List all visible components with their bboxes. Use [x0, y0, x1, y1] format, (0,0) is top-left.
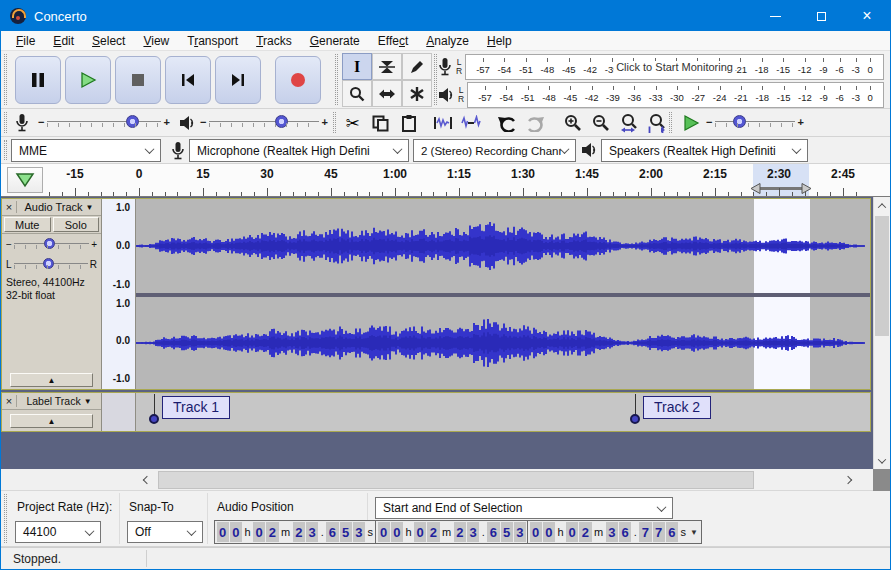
label-text[interactable]: Track 2: [643, 396, 711, 419]
time-digit[interactable]: 3: [353, 522, 365, 542]
trim-audio-button[interactable]: [429, 112, 456, 134]
time-digit[interactable]: 5: [501, 522, 513, 542]
scroll-down-button[interactable]: [874, 452, 890, 469]
vertical-scrollbar[interactable]: [873, 197, 890, 469]
recording-channels-select[interactable]: 2 (Stereo) Recording Channels: [413, 139, 576, 162]
project-rate-select[interactable]: 44100: [15, 521, 101, 543]
solo-button[interactable]: Solo: [53, 217, 100, 232]
menu-select[interactable]: Select: [83, 32, 134, 50]
playback-volume-thumb[interactable]: [275, 115, 288, 128]
snap-to-select[interactable]: Off: [127, 521, 203, 543]
time-digit[interactable]: 2: [579, 522, 591, 542]
recording-volume-thumb[interactable]: [126, 115, 139, 128]
mute-button[interactable]: Mute: [4, 217, 51, 232]
playback-meter[interactable]: LR -57-54-51-48-45-42-39-36-33-30-27-24-…: [438, 81, 884, 108]
selection-start-time[interactable]: 00h02m23.653s▼: [375, 520, 550, 544]
monitor-hint[interactable]: Click to Start Monitoring: [613, 61, 736, 73]
menu-analyze[interactable]: Analyze: [417, 32, 478, 50]
envelope-tool-button[interactable]: [372, 53, 402, 80]
stop-button[interactable]: [115, 56, 161, 104]
skip-to-start-button[interactable]: [165, 56, 211, 104]
gain-slider[interactable]: − +: [2, 234, 101, 254]
skip-to-end-button[interactable]: [215, 56, 261, 104]
record-button[interactable]: [275, 56, 321, 104]
menu-edit[interactable]: Edit: [44, 32, 83, 50]
scroll-up-button[interactable]: [874, 197, 890, 214]
time-digit[interactable]: 2: [454, 522, 466, 542]
pause-button[interactable]: [15, 56, 61, 104]
vertical-scale-ruler[interactable]: 1.0 0.0 -1.0 1.0 0.0 -1.0: [102, 199, 136, 389]
time-spinner-icon[interactable]: ▼: [688, 522, 700, 542]
scroll-left-button[interactable]: [138, 471, 156, 489]
audio-position-time[interactable]: 00h02m23.653s▼: [214, 520, 389, 544]
draw-tool-button[interactable]: [402, 53, 432, 80]
quick-play-button[interactable]: [7, 167, 43, 193]
play-at-speed-toolbar-grip[interactable]: [669, 112, 672, 133]
recording-volume-slider[interactable]: − +: [35, 115, 173, 129]
label-handle[interactable]: [149, 414, 159, 424]
time-digit[interactable]: 0: [230, 522, 242, 542]
undo-button[interactable]: [493, 112, 520, 134]
silence-audio-button[interactable]: [457, 112, 484, 134]
menu-transport[interactable]: Transport: [178, 32, 247, 50]
fit-selection-button[interactable]: [615, 112, 642, 134]
horizontal-scroll-thumb[interactable]: [158, 471, 754, 489]
time-digit[interactable]: 2: [427, 522, 439, 542]
vertical-scroll-thumb[interactable]: [875, 216, 889, 336]
collapse-track-button[interactable]: ▲: [10, 373, 93, 387]
selection-end-time[interactable]: 00h02m36.776s▼: [527, 520, 702, 544]
meter-toolbar-grip[interactable]: [434, 54, 437, 105]
pan-thumb[interactable]: [43, 258, 54, 269]
play-speed-thumb[interactable]: [733, 115, 746, 128]
zoom-in-button[interactable]: [559, 112, 586, 134]
timeline-ruler[interactable]: -1501530451:001:151:301:452:002:152:302:…: [1, 164, 890, 197]
time-digit[interactable]: 0: [217, 522, 229, 542]
time-digit[interactable]: 6: [666, 522, 678, 542]
edit-toolbar-grip[interactable]: [333, 112, 336, 133]
selection-tool-button[interactable]: I: [342, 53, 372, 80]
label-handle[interactable]: [630, 414, 640, 424]
time-digit[interactable]: 0: [378, 522, 390, 542]
mixer-toolbar-grip[interactable]: [4, 112, 7, 133]
close-track-button[interactable]: ×: [2, 395, 17, 407]
track-title-menu[interactable]: Label Track ▼: [17, 395, 101, 407]
playback-meter-bar[interactable]: -57-54-51-48-45-42-39-36-33-30-27-24-21-…: [467, 82, 884, 108]
time-digit[interactable]: 0: [414, 522, 426, 542]
device-toolbar-grip[interactable]: [4, 140, 7, 160]
time-digit[interactable]: 0: [391, 522, 403, 542]
time-digit[interactable]: 6: [326, 522, 338, 542]
playback-volume-slider[interactable]: − +: [197, 115, 331, 129]
recording-meter[interactable]: LR -57-54-51-48-45-42-39-36-33-30-27-24-…: [438, 53, 884, 80]
label-track-canvas[interactable]: Track 1Track 2: [136, 393, 870, 431]
label-text[interactable]: Track 1: [162, 396, 230, 419]
time-shift-tool-button[interactable]: [372, 80, 402, 107]
time-digit[interactable]: 7: [639, 522, 651, 542]
maximize-button[interactable]: [798, 1, 844, 31]
scroll-right-button[interactable]: [839, 471, 857, 489]
menu-tracks[interactable]: Tracks: [247, 32, 301, 50]
time-digit[interactable]: 3: [306, 522, 318, 542]
collapse-track-button[interactable]: ▲: [10, 414, 93, 428]
recording-device-select[interactable]: Microphone (Realtek High Defini: [189, 139, 409, 162]
time-digit[interactable]: 0: [543, 522, 555, 542]
time-digit[interactable]: 2: [293, 522, 305, 542]
transport-toolbar-grip[interactable]: [4, 54, 7, 105]
close-track-button[interactable]: ×: [2, 201, 17, 213]
time-digit[interactable]: 5: [340, 522, 352, 542]
selection-mode-select[interactable]: Start and End of Selection: [375, 497, 673, 519]
waveform-right-channel[interactable]: [136, 297, 870, 389]
audio-host-select[interactable]: MME: [11, 139, 161, 162]
tools-toolbar-grip[interactable]: [335, 54, 338, 105]
time-digit[interactable]: 0: [566, 522, 578, 542]
zoom-out-button[interactable]: [587, 112, 614, 134]
menu-help[interactable]: Help: [478, 32, 521, 50]
menu-generate[interactable]: Generate: [301, 32, 369, 50]
time-digit[interactable]: 0: [253, 522, 265, 542]
close-button[interactable]: ×: [844, 1, 890, 31]
waveform-canvas[interactable]: [136, 199, 870, 389]
playback-device-select[interactable]: Speakers (Realtek High Definiti: [601, 139, 808, 162]
copy-button[interactable]: [367, 112, 394, 134]
menu-effect[interactable]: Effect: [369, 32, 417, 50]
multi-tool-button[interactable]: [402, 80, 432, 107]
fit-project-button[interactable]: [643, 112, 670, 134]
